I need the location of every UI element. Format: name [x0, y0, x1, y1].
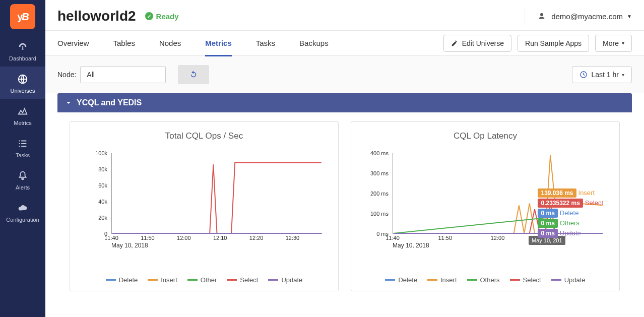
caret-down-icon: ▼ [627, 14, 632, 19]
sidebar-item-label: Configuration [6, 217, 39, 223]
chart-icon [17, 106, 28, 117]
y-tick: 20k [98, 215, 107, 221]
globe-icon [17, 74, 28, 85]
button-label: Edit Universe [462, 39, 504, 47]
node-select-value: All [87, 71, 95, 79]
legend-item[interactable]: Update [551, 276, 586, 284]
plot-area [111, 153, 322, 234]
x-tick: 11:50 [438, 235, 452, 241]
y-tick: 100 ms [370, 211, 389, 217]
sidebar-item-tasks[interactable]: Tasks [0, 131, 45, 163]
tooltip-row: 0 msUpdate [538, 229, 603, 238]
y-tick: 100k [95, 150, 107, 156]
dashboard-icon [17, 41, 28, 52]
legend-item[interactable]: Delete [106, 276, 138, 284]
node-label: Node: [57, 71, 76, 79]
status-badge: ✓ Ready [145, 12, 179, 21]
sidebar-item-label: Alerts [16, 184, 30, 191]
sidebar-item-universes[interactable]: Universes [0, 67, 45, 99]
button-label: More [603, 39, 619, 47]
check-icon: ✓ [145, 12, 153, 20]
x-tick: 12:00 [177, 235, 191, 241]
caret-down-icon: ▾ [622, 40, 624, 46]
user-menu[interactable]: demo@myacme.com ▼ [525, 7, 632, 25]
x-tick: 12:00 [491, 235, 505, 241]
tooltip-row: 0 msOthers [538, 219, 603, 228]
legend-item[interactable]: Others [467, 276, 500, 284]
sidebar-item-configuration[interactable]: Configuration [0, 196, 45, 228]
run-sample-apps-button[interactable]: Run Sample Apps [518, 35, 589, 52]
edit-universe-button[interactable]: Edit Universe [443, 35, 511, 52]
clock-icon [579, 71, 588, 79]
legend-item[interactable]: Delete [385, 276, 417, 284]
chart-legend: DeleteInsertOtherSelectUpdate [81, 276, 327, 286]
x-tick: 12:20 [249, 235, 264, 241]
button-label: Run Sample Apps [525, 39, 582, 47]
tab-metrics[interactable]: Metrics [205, 31, 232, 56]
user-email: demo@myacme.com [551, 12, 623, 21]
caret-down-icon: ▾ [622, 72, 624, 78]
refresh-button[interactable] [178, 65, 209, 84]
panel-title: YCQL and YEDIS [77, 98, 142, 107]
x-tick: 11:40 [385, 235, 400, 241]
y-tick: 40k [98, 199, 107, 205]
chart-date: May 10, 2018 [111, 242, 148, 249]
legend-item[interactable]: Other [187, 276, 217, 284]
x-tick: 12:30 [286, 235, 300, 241]
chart-row: Total CQL Ops / Sec 020k40k60k80k100k 11… [57, 112, 632, 291]
refresh-icon [189, 70, 198, 79]
legend-item[interactable]: Insert [148, 276, 177, 284]
time-range-button[interactable]: Last 1 hr ▾ [572, 66, 632, 83]
bell-icon [17, 170, 28, 181]
x-tick: 12:10 [213, 235, 227, 241]
header: helloworld2 ✓ Ready demo@myacme.com ▼ [45, 0, 644, 31]
filter-bar: Node: All Last 1 hr ▾ [45, 56, 644, 93]
legend-item[interactable]: Select [227, 276, 258, 284]
chart-card-latency: CQL Op Latency 0 ms100 ms200 ms300 ms400… [351, 121, 620, 291]
x-tick: 11:40 [104, 235, 118, 241]
x-axis: 11:4011:5012:0012:1012:2012:30 [111, 235, 322, 242]
node-select[interactable]: All [80, 66, 166, 83]
sidebar-item-alerts[interactable]: Alerts [0, 163, 45, 196]
chart-title: Total CQL Ops / Sec [81, 131, 327, 141]
main: helloworld2 ✓ Ready demo@myacme.com ▼ Ov… [45, 0, 644, 317]
tooltip-row: 0 msDelete [538, 209, 603, 218]
chart-area: 0 ms100 ms200 ms300 ms400 ms 11:4011:501… [362, 153, 608, 254]
tooltip-row: 139.036 msInsert [538, 188, 603, 198]
y-axis: 020k40k60k80k100k [81, 153, 109, 234]
sidebar-item-label: Tasks [16, 152, 30, 158]
legend-item[interactable]: Update [268, 276, 302, 284]
panel: YCQL and YEDIS Total CQL Ops / Sec 020k4… [57, 93, 632, 291]
legend-item[interactable]: Select [510, 276, 541, 284]
legend-item[interactable]: Insert [427, 276, 457, 284]
y-tick: 200 ms [370, 191, 389, 197]
sidebar-item-label: Dashboard [9, 55, 36, 61]
cloud-icon [17, 203, 28, 214]
button-label: Last 1 hr [592, 71, 619, 79]
tab-nodes[interactable]: Nodes [159, 31, 181, 56]
y-tick: 400 ms [370, 150, 389, 156]
status-text: Ready [156, 12, 179, 21]
sidebar: yB Dashboard Universes Metrics Tasks Ale… [0, 0, 45, 317]
tab-tasks[interactable]: Tasks [256, 31, 275, 56]
sidebar-item-label: Universes [11, 88, 35, 94]
sidebar-item-metrics[interactable]: Metrics [0, 99, 45, 131]
panel-header[interactable]: YCQL and YEDIS [57, 93, 632, 112]
chart-area: 020k40k60k80k100k 11:4011:5012:0012:1012… [81, 153, 327, 254]
tab-backups[interactable]: Backups [299, 31, 329, 56]
page-title: helloworld2 [57, 8, 136, 24]
tabbar: Overview Tables Nodes Metrics Tasks Back… [45, 31, 644, 56]
tab-overview[interactable]: Overview [57, 31, 89, 56]
more-button[interactable]: More ▾ [595, 35, 632, 52]
sidebar-item-dashboard[interactable]: Dashboard [0, 34, 45, 67]
y-tick: 300 ms [370, 170, 389, 176]
logo: yB [10, 4, 35, 29]
chart-card-ops: Total CQL Ops / Sec 020k40k60k80k100k 11… [70, 121, 339, 291]
user-icon [537, 12, 546, 21]
tab-tables[interactable]: Tables [113, 31, 135, 56]
tooltip-row: 0.2335322 msSelect [538, 199, 603, 208]
y-axis: 0 ms100 ms200 ms300 ms400 ms [362, 153, 391, 234]
chart-date: May 10, 2018 [393, 242, 429, 249]
y-tick: 80k [98, 166, 107, 172]
chart-title: CQL Op Latency [362, 131, 608, 141]
